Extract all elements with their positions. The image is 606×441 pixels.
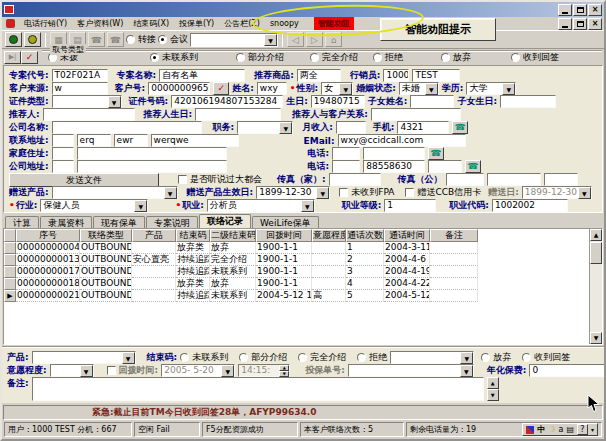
next-icon[interactable]: ▷ <box>306 32 323 47</box>
contact-addr-input-4[interactable]: werqwe <box>151 134 239 147</box>
result-radio-rejected[interactable]: 拒绝 <box>357 351 387 364</box>
phone2-input-1[interactable] <box>332 160 360 173</box>
referrer-birthday-input[interactable] <box>195 108 281 121</box>
callback-time-spinner[interactable]: 14:15:▲▼ <box>238 364 290 377</box>
phone2-input-2[interactable]: 88558630 <box>363 160 425 173</box>
radio-receipt-signed[interactable]: 收到回签 <box>511 51 559 64</box>
chevron-down-icon[interactable]: ▾ <box>591 424 594 436</box>
tab-contact-records[interactable]: 联络记录 <box>199 214 251 228</box>
home-icon[interactable]: ⌂ <box>325 32 342 47</box>
col-subcode[interactable]: 二级结束码 <box>210 229 256 242</box>
dial-mobile-icon[interactable]: ☎ <box>452 121 468 134</box>
ime-grid-icon[interactable] <box>526 426 534 434</box>
extension-combobox[interactable]: ▼ <box>190 33 278 47</box>
tab-existing-policy[interactable]: 现有保单 <box>93 216 145 228</box>
col-callback[interactable]: 回拨时间 <box>256 229 312 242</box>
name-input[interactable]: wxy <box>257 82 287 95</box>
premium-input[interactable]: 0 <box>529 364 606 377</box>
result-radio-receipt-signed[interactable]: 收到回签 <box>522 351 570 364</box>
col-product[interactable]: 产品 <box>132 229 176 242</box>
radio-rejected[interactable]: 拒绝 <box>373 51 403 64</box>
col-type[interactable]: 联络类型 <box>80 229 132 242</box>
ime-chinese-icon[interactable]: 中 <box>537 424 545 436</box>
child-birthday-input[interactable] <box>500 95 556 108</box>
mdi-restore-button[interactable] <box>573 18 587 30</box>
phone1-input-1[interactable] <box>332 147 360 160</box>
menu-item[interactable]: snoopy <box>265 18 304 29</box>
language-bar[interactable]: 中 ☽ a ▤ ? ▾ <box>522 423 598 436</box>
gift-day-select[interactable]: 1899-12-30▼ <box>522 186 592 199</box>
ime-mode-icon[interactable]: a <box>559 424 564 436</box>
scroll-thumb[interactable] <box>590 242 602 264</box>
radio-partial-intro[interactable]: 部分介绍 <box>236 51 284 64</box>
radio-not-reached[interactable]: 未联系到 <box>150 51 198 64</box>
menu-item[interactable]: 公告栏(Z) <box>219 17 265 30</box>
home-addr-input-1[interactable] <box>52 147 74 160</box>
agent-icon[interactable]: ☎ <box>88 32 105 47</box>
menu-item[interactable]: 投保单(Y) <box>174 17 219 30</box>
reject-reason-select[interactable]: ▼ <box>390 351 474 364</box>
email-input[interactable]: wxy@ccidcall.com <box>338 134 466 147</box>
rec-product-input[interactable]: 两全 <box>297 69 341 82</box>
scroll-up-icon[interactable]: ▲ <box>590 229 602 241</box>
conference-radio[interactable]: 会议 <box>158 33 188 46</box>
callback-date-select[interactable]: 2005- 5-20▼ <box>161 364 235 377</box>
col-count[interactable]: 通话次数 <box>346 229 384 242</box>
cust-no-input[interactable]: 000000096591 <box>148 82 210 95</box>
ccb-checkbox[interactable]: 赠送CCB信用卡 <box>405 186 481 199</box>
company-addr-input-2[interactable] <box>77 160 227 173</box>
referrer-input[interactable] <box>43 108 135 121</box>
home-addr-input-2[interactable] <box>77 147 227 160</box>
table-row[interactable]: 00000000013 OUTBOUND 安心置亮 持续追踪类 完全介绍 190… <box>4 254 602 266</box>
cust-source-input[interactable]: w <box>52 82 108 95</box>
col-code[interactable]: 结束码 <box>176 229 210 242</box>
callback-checkbox[interactable] <box>107 366 116 375</box>
mobile-input[interactable]: 4321 <box>397 121 449 134</box>
project-code-input[interactable]: T02F021A <box>52 69 108 82</box>
dial-phone1-icon[interactable]: ☎ <box>428 147 444 160</box>
hangup-call-button[interactable] <box>24 32 41 47</box>
company-addr-input-1[interactable] <box>52 160 74 173</box>
grid-scrollbar[interactable]: ▲ ▼ <box>589 229 602 344</box>
answer-call-button[interactable] <box>5 32 22 47</box>
confirm-button[interactable]: ✓ <box>21 51 38 64</box>
tab-calc[interactable]: 计算 <box>5 216 39 228</box>
tab-project-notes[interactable]: 专案说明 <box>146 216 198 228</box>
fax-office-input-3[interactable] <box>544 173 578 186</box>
job-title-select[interactable]: ▼ <box>237 121 293 134</box>
product-select[interactable]: ▼ <box>32 351 136 364</box>
minimize-button[interactable] <box>558 4 572 16</box>
gender-select[interactable]: 女▼ <box>321 82 353 95</box>
dial-next-button[interactable]: ▶| <box>4 51 21 64</box>
table-row[interactable]: 00000000004 OUTBOUND 放弃类 放弃 1900-1-1 1 2… <box>4 242 602 254</box>
occupation-select[interactable]: 分析员▼ <box>207 199 315 212</box>
agent-name-input[interactable]: TEST <box>412 69 460 82</box>
occu-level-input[interactable]: 1 <box>384 199 436 212</box>
transfer-radio[interactable]: 转接 <box>126 33 156 46</box>
col-note[interactable]: 备注 <box>430 229 478 242</box>
send-file-button[interactable]: 发送文件 <box>9 173 159 187</box>
tab-weilife-policy[interactable]: WeiLife保单 <box>252 216 319 228</box>
menu-item[interactable]: 客户资料(W) <box>72 17 128 30</box>
col-intent[interactable]: 意愿程度 <box>312 229 346 242</box>
col-seq[interactable]: 序号 <box>16 229 80 242</box>
birthday-input[interactable]: 19480715 <box>311 95 365 108</box>
close-button[interactable]: × <box>588 4 602 16</box>
menu-item[interactable]: 结束码(X) <box>128 17 174 30</box>
verify-check-button[interactable]: ✓ <box>213 82 229 95</box>
marriage-select[interactable]: 未婚▼ <box>399 82 439 95</box>
policy-no-select[interactable]: ▼ <box>348 364 474 377</box>
table-row[interactable]: ▶ 00000000021 OUTBOUND 持续追踪类 未联系到 2004-5… <box>4 290 602 302</box>
referrer-relation-input[interactable] <box>371 108 461 121</box>
tab-affiliation[interactable]: 隶属资料 <box>40 216 92 228</box>
fax-office-input-2[interactable] <box>487 173 541 186</box>
result-radio-partial-intro[interactable]: 部分介绍 <box>239 351 287 364</box>
id-no-input[interactable]: 420106194807153284 <box>171 95 283 108</box>
chevron-down-icon[interactable]: ▼ <box>264 34 277 46</box>
smart-block-tip-button[interactable]: 智能劝阻提示 <box>380 18 496 41</box>
gift-product-select[interactable]: ▼ <box>52 186 178 199</box>
fax-office-input-1[interactable] <box>446 173 484 186</box>
contact-addr-input-3[interactable]: ewr <box>114 134 148 147</box>
agent-id-input[interactable]: 1000 <box>383 69 409 82</box>
contact-addr-input-1[interactable] <box>52 134 74 147</box>
